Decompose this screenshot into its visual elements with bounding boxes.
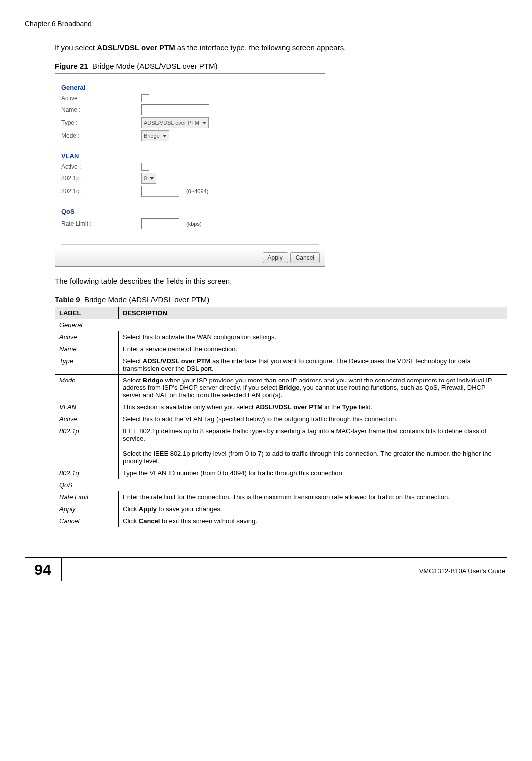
select-type[interactable]: ADSL/VDSL over PTM [141, 117, 209, 128]
label-rate-limit: Rate Limit : [61, 220, 141, 227]
label-mode: Mode : [61, 132, 141, 139]
cell-desc: Enter a service name of the connection. [119, 343, 507, 355]
cell-desc: Select this to add the VLAN Tag (specifi… [119, 413, 507, 425]
bold-text: Bridge [143, 377, 163, 384]
text: to exit this screen without saving. [160, 517, 257, 525]
cell-desc: IEEE 802.1p defines up to 8 separate tra… [119, 425, 507, 467]
page-footer: 94 VMG1312-B10A User's Guide [25, 557, 507, 581]
cell-label: 802.1q [55, 467, 119, 479]
table-row: QoS [55, 479, 507, 491]
cell-label: VLAN [55, 401, 119, 413]
input-8021q[interactable] [141, 186, 179, 197]
label-8021q: 802.1q : [61, 188, 141, 195]
bold-text: Apply [139, 505, 157, 513]
cell-label: Apply [55, 503, 119, 515]
table-row: Apply Click Apply to save your changes. [55, 503, 507, 515]
cell-general: General [55, 319, 507, 331]
label-name: Name : [61, 106, 141, 113]
cell-desc: Type the VLAN ID number (from 0 to 4094)… [119, 467, 507, 479]
page-number: 94 [25, 558, 62, 581]
text: Select the IEEE 802.1p priority level (f… [123, 450, 492, 465]
row-mode: Mode : Bridge [61, 130, 319, 141]
bold-text: Bridge [279, 384, 299, 391]
bold-text: Cancel [139, 517, 160, 525]
intro-post: as the interface type, the following scr… [175, 43, 346, 52]
after-figure-text: The following table describes the fields… [55, 276, 507, 286]
table-row: Mode Select Bridge when your ISP provide… [55, 375, 507, 401]
row-general-active: Active [61, 94, 319, 102]
cell-desc: Select ADSL/VDSL over PTM as the interfa… [119, 355, 507, 375]
select-8021p[interactable]: 0 [141, 173, 156, 184]
row-vlan-active: Active : [61, 163, 319, 171]
table-row: VLAN This section is available only when… [55, 401, 507, 413]
screenshot-panel: General Active Name : Type : ADSL/VDSL o… [55, 73, 325, 267]
text: to save your changes. [157, 505, 222, 513]
figure-title: Bridge Mode (ADSL/VDSL over PTM) [92, 62, 217, 70]
input-name[interactable] [141, 104, 209, 115]
section-title-general: General [61, 84, 319, 91]
table-row: 802.1q Type the VLAN ID number (from 0 t… [55, 467, 507, 479]
intro-pre: If you select [55, 43, 97, 52]
row-rate-limit: Rate Limit : (kbps) [61, 218, 319, 229]
cell-qos: QoS [55, 479, 507, 491]
table-row: Rate Limit Enter the rate limit for the … [55, 491, 507, 503]
text: in the [323, 403, 342, 411]
label-8021p: 802.1p : [61, 175, 141, 182]
divider [61, 244, 319, 245]
label-active: Active [61, 95, 141, 102]
section-title-qos: QoS [61, 208, 319, 215]
input-rate-limit[interactable] [141, 218, 179, 229]
table-row: Name Enter a service name of the connect… [55, 343, 507, 355]
section-title-vlan: VLAN [61, 152, 319, 160]
intro-paragraph: If you select ADSL/VDSL over PTM as the … [55, 42, 507, 53]
screenshot-footer: Apply Cancel [55, 249, 325, 266]
cell-desc: Click Apply to save your changes. [119, 503, 507, 515]
apply-button[interactable]: Apply [263, 252, 288, 263]
bold-text: ADSL/VDSL over PTM [255, 403, 323, 411]
checkbox-vlan-active[interactable] [141, 163, 149, 171]
select-8021p-value: 0 [144, 175, 147, 181]
intro-bold: ADSL/VDSL over PTM [97, 43, 175, 52]
chevron-down-icon [150, 177, 154, 180]
select-mode-value: Bridge [144, 133, 160, 139]
bold-text: Type [342, 403, 357, 411]
select-mode[interactable]: Bridge [141, 130, 169, 141]
table-row: General [55, 319, 507, 331]
cell-label: Mode [55, 375, 119, 401]
table-row: 802.1p IEEE 802.1p defines up to 8 separ… [55, 425, 507, 467]
cell-label: Type [55, 355, 119, 375]
text: IEEE 802.1p defines up to 8 separate tra… [123, 427, 486, 442]
row-type: Type : ADSL/VDSL over PTM [61, 117, 319, 128]
checkbox-active[interactable] [141, 94, 149, 102]
label-vlan-active: Active : [61, 163, 141, 170]
chevron-down-icon [202, 122, 206, 124]
cell-label: Active [55, 413, 119, 425]
cell-desc: Select Bridge when your ISP provides you… [119, 375, 507, 401]
th-desc: DESCRIPTION [119, 307, 507, 319]
table-header-row: LABEL DESCRIPTION [55, 307, 507, 319]
row-name: Name : [61, 104, 319, 115]
guide-name: VMG1312-B10A User's Guide [62, 558, 507, 581]
row-8021p: 802.1p : 0 [61, 173, 319, 184]
bold-text: ADSL/VDSL over PTM [143, 357, 211, 365]
hint-rate-limit: (kbps) [186, 221, 202, 227]
cell-desc: Enter the rate limit for the connection.… [119, 491, 507, 503]
description-table: LABEL DESCRIPTION General Active Select … [55, 307, 507, 527]
row-8021q: 802.1q : (0~4094) [61, 186, 319, 197]
table-caption: Table 9 Bridge Mode (ADSL/VDSL over PTM) [55, 295, 507, 304]
cell-label: Cancel [55, 515, 119, 527]
cell-desc: This section is available only when you … [119, 401, 507, 413]
table-row: Cancel Click Cancel to exit this screen … [55, 515, 507, 527]
select-type-value: ADSL/VDSL over PTM [144, 120, 199, 126]
hint-8021q: (0~4094) [186, 188, 208, 194]
chapter-header: Chapter 6 Broadband [25, 20, 507, 30]
figure-label: Figure 21 [55, 62, 88, 70]
cell-desc: Select this to activate the WAN configur… [119, 331, 507, 343]
cell-label: 802.1p [55, 425, 119, 467]
cancel-button[interactable]: Cancel [290, 252, 320, 263]
cell-label: Name [55, 343, 119, 355]
table-title: Bridge Mode (ADSL/VDSL over PTM) [84, 295, 209, 304]
label-type: Type : [61, 119, 141, 126]
chevron-down-icon [163, 135, 167, 137]
text: Select [123, 377, 143, 384]
